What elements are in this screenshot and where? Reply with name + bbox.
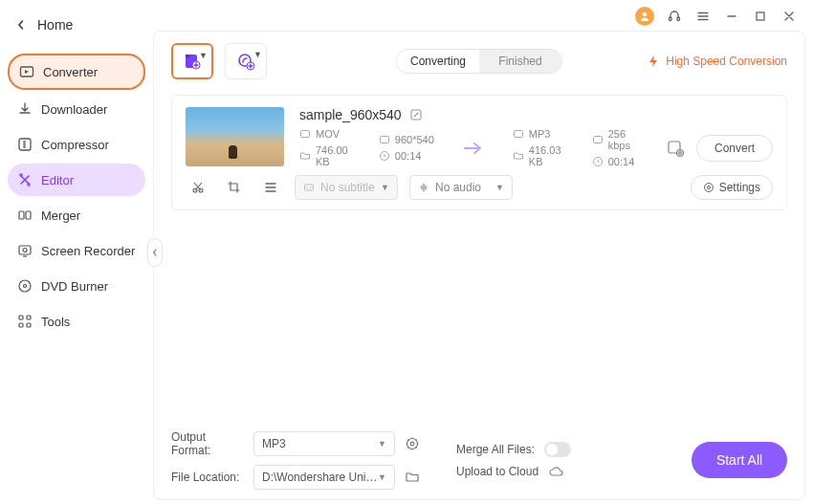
svg-rect-15 bbox=[670, 17, 672, 21]
file-card: sample_960x540 MOV 746.00 KB 960*540 00:… bbox=[171, 95, 787, 210]
dst-duration: 00:14 bbox=[608, 156, 635, 167]
resolution-icon bbox=[379, 134, 390, 145]
audio-select[interactable]: No audio ▼ bbox=[409, 175, 513, 200]
svg-rect-10 bbox=[19, 316, 23, 319]
downloader-icon bbox=[16, 100, 33, 118]
audio-value: No audio bbox=[435, 181, 481, 194]
svg-point-14 bbox=[643, 12, 647, 16]
svg-rect-25 bbox=[514, 131, 522, 138]
svg-point-36 bbox=[410, 442, 414, 446]
tools-icon bbox=[16, 313, 33, 330]
clock-icon bbox=[592, 156, 604, 167]
convert-button[interactable]: Convert bbox=[696, 135, 773, 162]
file-location-value: D:\Wondershare UniConverter 1 bbox=[262, 471, 378, 484]
svg-point-9 bbox=[24, 285, 27, 288]
svg-point-34 bbox=[707, 186, 710, 189]
output-format-select[interactable]: MP3 ▼ bbox=[253, 431, 395, 456]
src-format: MOV bbox=[316, 128, 340, 140]
sidebar-item-screen-recorder[interactable]: Screen Recorder bbox=[8, 234, 145, 267]
add-url-button[interactable]: ▼ bbox=[225, 43, 267, 79]
svg-rect-26 bbox=[593, 137, 602, 143]
crop-icon[interactable] bbox=[222, 176, 247, 199]
dvd-burner-icon bbox=[16, 277, 33, 295]
lightning-icon bbox=[647, 55, 660, 68]
sidebar-item-converter[interactable]: Converter bbox=[8, 54, 145, 90]
file-location-select[interactable]: D:\Wondershare UniConverter 1 ▼ bbox=[253, 465, 395, 490]
svg-point-2 bbox=[20, 174, 22, 176]
svg-point-8 bbox=[19, 280, 31, 292]
file-location-label: File Location: bbox=[171, 471, 244, 484]
subtitle-select[interactable]: No subtitle ▼ bbox=[295, 175, 398, 200]
svg-rect-16 bbox=[677, 17, 680, 21]
dst-bitrate: 256 kbps bbox=[608, 128, 641, 151]
merger-icon bbox=[16, 207, 33, 224]
tabs: Converting Finished bbox=[396, 49, 562, 74]
support-icon[interactable] bbox=[666, 8, 683, 25]
svg-rect-13 bbox=[27, 323, 31, 327]
output-preset-icon[interactable] bbox=[666, 139, 685, 158]
footer: Output Format: MP3 ▼ File Location: D:\W… bbox=[171, 421, 787, 490]
dst-size: 416.03 KB bbox=[529, 144, 567, 167]
arrow-right-icon bbox=[463, 140, 484, 157]
menu-icon[interactable] bbox=[694, 8, 712, 25]
sidebar-item-label: Compressor bbox=[41, 138, 109, 152]
close-icon[interactable] bbox=[780, 8, 798, 25]
svg-rect-12 bbox=[19, 323, 23, 327]
back-icon[interactable] bbox=[16, 20, 26, 30]
video-thumbnail[interactable] bbox=[186, 107, 284, 166]
sidebar-item-label: Screen Recorder bbox=[41, 244, 135, 258]
merge-toggle[interactable] bbox=[544, 442, 571, 457]
open-folder-icon[interactable] bbox=[405, 470, 420, 485]
svg-rect-32 bbox=[305, 185, 314, 190]
format-settings-icon[interactable] bbox=[405, 436, 420, 451]
output-format-value: MP3 bbox=[262, 437, 286, 450]
add-file-button[interactable]: ▼ bbox=[171, 43, 213, 79]
chevron-down-icon: ▼ bbox=[253, 50, 262, 59]
sidebar-collapse-handle[interactable] bbox=[147, 238, 163, 267]
sidebar-item-label: Editor bbox=[41, 173, 74, 187]
svg-rect-5 bbox=[26, 211, 31, 219]
svg-point-33 bbox=[704, 184, 713, 192]
sidebar-item-dvd-burner[interactable]: DVD Burner bbox=[8, 270, 145, 302]
main: ▼ ▼ Converting Finished High Speed Conve… bbox=[153, 0, 813, 504]
sidebar-item-compressor[interactable]: Compressor bbox=[8, 128, 145, 161]
subtitle-icon bbox=[303, 182, 315, 193]
src-duration: 00:14 bbox=[395, 150, 422, 162]
svg-rect-23 bbox=[380, 137, 388, 143]
chevron-down-icon: ▼ bbox=[495, 183, 504, 192]
chevron-down-icon: ▼ bbox=[378, 439, 386, 449]
merge-label: Merge All Files: bbox=[456, 443, 535, 456]
start-all-button[interactable]: Start All bbox=[692, 442, 787, 478]
high-speed-conversion[interactable]: High Speed Conversion bbox=[647, 55, 787, 68]
dst-format: MP3 bbox=[529, 128, 551, 140]
settings-button[interactable]: Settings bbox=[691, 175, 773, 200]
tab-converting[interactable]: Converting bbox=[397, 50, 479, 73]
svg-point-7 bbox=[23, 249, 27, 252]
trim-icon[interactable] bbox=[186, 176, 210, 199]
sidebar-item-editor[interactable]: Editor bbox=[8, 164, 145, 196]
screen-recorder-icon bbox=[16, 242, 33, 259]
avatar[interactable] bbox=[635, 7, 654, 26]
sidebar-item-merger[interactable]: Merger bbox=[8, 199, 145, 231]
sidebar-item-label: Tools bbox=[41, 315, 70, 329]
sidebar-item-tools[interactable]: Tools bbox=[8, 305, 145, 338]
minimize-icon[interactable] bbox=[723, 8, 740, 25]
titlebar bbox=[153, 4, 805, 31]
edit-title-icon[interactable] bbox=[409, 108, 423, 121]
compressor-icon bbox=[16, 136, 33, 153]
audio-icon bbox=[418, 182, 429, 193]
folder-icon bbox=[513, 150, 524, 162]
effects-icon[interactable] bbox=[258, 176, 283, 199]
subtitle-value: No subtitle bbox=[320, 181, 375, 194]
chevron-down-icon: ▼ bbox=[199, 51, 208, 60]
cloud-icon[interactable] bbox=[548, 465, 563, 478]
content-panel: ▼ ▼ Converting Finished High Speed Conve… bbox=[153, 31, 805, 500]
maximize-icon[interactable] bbox=[752, 8, 769, 25]
settings-label: Settings bbox=[719, 181, 760, 194]
svg-rect-17 bbox=[757, 12, 764, 20]
home-label: Home bbox=[37, 17, 73, 33]
home-row[interactable]: Home bbox=[8, 11, 145, 38]
tab-finished[interactable]: Finished bbox=[479, 50, 561, 73]
bitrate-icon bbox=[592, 134, 604, 145]
sidebar-item-downloader[interactable]: Downloader bbox=[8, 93, 145, 125]
